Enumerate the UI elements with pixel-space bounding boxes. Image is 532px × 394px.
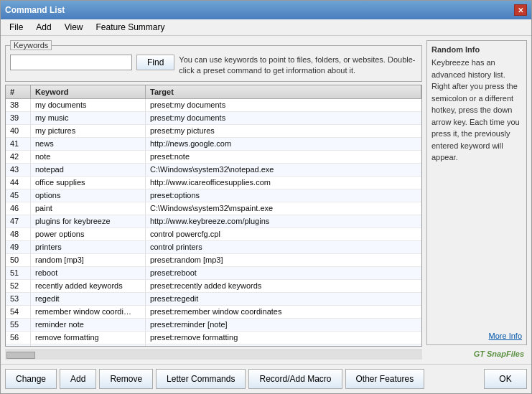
cell-num: 49	[6, 241, 31, 253]
cell-keyword: paint	[31, 202, 146, 215]
cell-target: http://www.icareofficesupplies.com	[146, 177, 421, 189]
cell-keyword: my music	[31, 112, 146, 124]
menu-feature-summary[interactable]: Feature Summary	[90, 21, 171, 34]
cell-num: 52	[6, 280, 31, 292]
cell-num: 43	[6, 164, 31, 176]
find-button[interactable]: Find	[136, 55, 174, 70]
cell-target: preset:my documents	[146, 112, 421, 124]
cell-num: 53	[6, 293, 31, 305]
table-row[interactable]: 48 power options control powercfg.cpl	[6, 228, 421, 241]
menu-bar: File Add View Feature Summary	[1, 19, 531, 36]
cell-target: http://www.keybreeze.com/plugins	[146, 215, 421, 228]
cell-keyword: printers	[31, 241, 146, 253]
add-button[interactable]: Add	[60, 369, 96, 389]
snapfiles-watermark: GT SnapFiles	[426, 348, 527, 360]
remove-button[interactable]: Remove	[99, 369, 153, 389]
cell-num: 39	[6, 112, 31, 124]
table-row[interactable]: 56 remove formatting preset:remove forma…	[6, 332, 421, 344]
random-info-legend: Random Info	[431, 45, 522, 54]
keyword-table: # Keyword Target 38 my documents preset:…	[5, 85, 422, 347]
table-row[interactable]: 49 printers control printers	[6, 241, 421, 254]
table-row[interactable]: 51 reboot preset:reboot	[6, 267, 421, 280]
menu-view[interactable]: View	[59, 21, 89, 34]
cell-num: 42	[6, 151, 31, 163]
col-keyword: Keyword	[31, 85, 146, 98]
ok-button[interactable]: OK	[484, 369, 527, 389]
cell-target: http://news.google.com	[146, 138, 421, 150]
cell-target: preset:random [mp3]	[146, 254, 421, 266]
cell-num: 51	[6, 267, 31, 279]
change-button[interactable]: Change	[5, 369, 57, 389]
cell-keyword: regedit	[31, 293, 146, 305]
random-info-text: Keybreeze has an advanced history list. …	[431, 57, 522, 329]
cell-keyword: news	[31, 138, 146, 150]
cell-target: preset:reboot	[146, 267, 421, 279]
cell-target: preset:reminder [note]	[146, 319, 421, 331]
table-row[interactable]: 45 options preset:options	[6, 189, 421, 202]
menu-file[interactable]: File	[4, 21, 29, 34]
cell-num: 56	[6, 332, 31, 344]
table-row[interactable]: 57 restart preset:restart	[6, 344, 421, 346]
cell-target: preset:note	[146, 151, 421, 163]
cell-num: 48	[6, 228, 31, 240]
cell-target: preset:remove formatting	[146, 332, 421, 344]
cell-num: 57	[6, 344, 31, 346]
cell-keyword: remember window coordi…	[31, 306, 146, 318]
more-info-link[interactable]: More Info	[431, 332, 522, 340]
menu-add[interactable]: Add	[30, 21, 57, 34]
cell-keyword: notepad	[31, 164, 146, 176]
cell-num: 47	[6, 215, 31, 228]
table-row[interactable]: 54 remember window coordi… preset:rememb…	[6, 306, 421, 319]
right-panel: Random Info Keybreeze has an advanced hi…	[426, 40, 527, 360]
table-header: # Keyword Target	[6, 85, 421, 99]
cell-keyword: reboot	[31, 267, 146, 279]
cell-num: 54	[6, 306, 31, 318]
cell-keyword: note	[31, 151, 146, 163]
cell-num: 45	[6, 189, 31, 202]
close-button[interactable]: ✕	[514, 4, 527, 16]
keywords-group: Keywords Find You can use keywords to po…	[5, 40, 422, 82]
cell-keyword: office supplies	[31, 177, 146, 189]
table-row[interactable]: 42 note preset:note	[6, 151, 421, 164]
keyword-input[interactable]	[10, 55, 132, 70]
table-row[interactable]: 53 regedit preset:regedit	[6, 293, 421, 306]
cell-target: preset:recently added keywords	[146, 280, 421, 292]
other-features-button[interactable]: Other Features	[345, 369, 425, 389]
table-row[interactable]: 52 recently added keywords preset:recent…	[6, 280, 421, 293]
cell-keyword: random [mp3]	[31, 254, 146, 266]
table-row[interactable]: 44 office supplies http://www.icareoffic…	[6, 177, 421, 189]
table-row[interactable]: 38 my documents preset:my documents	[6, 99, 421, 112]
cell-keyword: my documents	[31, 99, 146, 111]
record-add-macro-button[interactable]: Record/Add Macro	[248, 369, 342, 389]
table-row[interactable]: 50 random [mp3] preset:random [mp3]	[6, 254, 421, 267]
col-num: #	[6, 85, 31, 98]
cell-keyword: power options	[31, 228, 146, 240]
cell-num: 44	[6, 177, 31, 189]
bottom-bar: Change Add Remove Letter Commands Record…	[1, 364, 531, 393]
command-list-window: Command List ✕ File Add View Feature Sum…	[0, 0, 532, 394]
cell-target: C:\Windows\system32\notepad.exe	[146, 164, 421, 176]
cell-target: preset:remember window coordinates	[146, 306, 421, 318]
cell-target: C:\Windows\system32\mspaint.exe	[146, 202, 421, 215]
keywords-row: Find You can use keywords to point to fi…	[10, 55, 417, 77]
table-row[interactable]: 41 news http://news.google.com	[6, 138, 421, 151]
cell-num: 40	[6, 125, 31, 137]
table-row[interactable]: 43 notepad C:\Windows\system32\notepad.e…	[6, 164, 421, 177]
hscroll-thumb[interactable]	[6, 352, 35, 359]
table-row[interactable]: 39 my music preset:my documents	[6, 112, 421, 125]
table-body[interactable]: 38 my documents preset:my documents 39 m…	[6, 99, 421, 346]
cell-keyword: restart	[31, 344, 146, 346]
table-row[interactable]: 47 plugins for keybreeze http://www.keyb…	[6, 215, 421, 228]
cell-target: preset:options	[146, 189, 421, 202]
cell-target: preset:my pictures	[146, 125, 421, 137]
cell-target: preset:my documents	[146, 99, 421, 111]
table-row[interactable]: 46 paint C:\Windows\system32\mspaint.exe	[6, 202, 421, 215]
horizontal-scrollbar[interactable]	[5, 350, 422, 360]
letter-commands-button[interactable]: Letter Commands	[156, 369, 246, 389]
table-row[interactable]: 40 my pictures preset:my pictures	[6, 125, 421, 138]
left-panel: Keywords Find You can use keywords to po…	[5, 40, 422, 360]
cell-num: 55	[6, 319, 31, 331]
table-row[interactable]: 55 reminder note preset:reminder [note]	[6, 319, 421, 332]
keywords-legend: Keywords	[10, 40, 52, 50]
cell-keyword: reminder note	[31, 319, 146, 331]
